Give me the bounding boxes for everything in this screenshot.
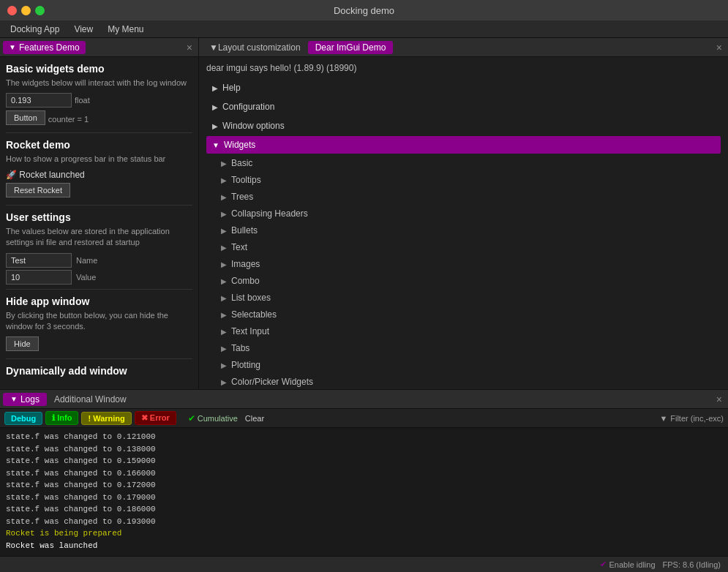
menu-docking-app[interactable]: Docking App [4,23,65,36]
close-button[interactable] [7,6,17,15]
log-content: state.f was changed to 0.121000 state.f … [0,428,728,556]
window-options-arrow: ▶ [212,122,218,130]
float-input[interactable] [6,93,72,108]
sub-trees[interactable]: ▶ Trees [206,189,721,205]
sub-tabs[interactable]: ▶ Tabs [206,340,721,356]
filter-icon: ▼ [659,414,667,423]
error-icon: ✖ [141,413,150,422]
info-button[interactable]: ℹ Info [45,411,78,425]
sub-plotting[interactable]: ▶ Plotting [206,357,721,373]
sub-images-arrow: ▶ [221,260,227,268]
config-label: Configuration [222,102,274,112]
user-settings-desc: The values below are stored in the appli… [6,226,192,249]
sub-combo[interactable]: ▶ Combo [206,273,721,289]
button-row: Button counter = 1 [6,110,192,128]
clear-button[interactable]: Clear [241,413,269,424]
log-filter: ▼ Filter (inc,-exc) [659,414,724,423]
layout-customization-tab[interactable]: ▼ Layout customization [202,41,308,54]
widgets-arrow: ▼ [212,141,219,149]
widgets-collapsible[interactable]: ▼ Widgets [206,136,721,154]
log-line: state.f was changed to 0.159000 [6,455,722,467]
log-line: state.f was changed to 0.166000 [6,467,722,480]
sub-collapsing-headers[interactable]: ▶ Collapsing Headers [206,206,721,222]
cumulative-toggle[interactable]: ✔ Cumulative [188,413,238,424]
float-label: float [75,96,90,105]
name-input[interactable] [6,253,72,268]
additional-tab-label: Additional Window [54,394,127,404]
fps-label: FPS: 8.6 (Idling) [663,560,721,569]
sub-selectables-label: Selectables [231,309,277,320]
user-settings-title: User settings [6,211,192,223]
log-line: state.f was changed to 0.138000 [6,443,722,456]
rocket-status: 🚀 Rocket launched [6,170,192,180]
log-line-yellow: Rocket is being prepared [6,527,722,540]
sub-bullets-label: Bullets [231,225,258,236]
widgets-label: Widgets [224,140,255,150]
left-tab-bar: ▼ Features Demo × [0,38,198,57]
sub-basic-label: Basic [231,158,252,168]
sub-text-input[interactable]: ▶ Text Input [206,323,721,339]
log-status-bar: ✔ Enable idling FPS: 8.6 (Idling) [0,556,728,572]
sub-plotting-label: Plotting [231,360,260,370]
configuration-collapsible[interactable]: ▶ Configuration [206,98,721,116]
logs-tab-label: Logs [20,394,40,404]
sub-listboxes-label: List boxes [231,293,271,303]
config-arrow: ▶ [212,103,218,111]
rocket-demo-desc: How to show a progress bar in the status… [6,154,192,165]
window-options-collapsible[interactable]: ▶ Window options [206,117,721,135]
log-line: state.f was changed to 0.121000 [6,431,722,443]
layout-tab-label: Layout customization [218,42,301,53]
content-area: ▼ Features Demo × Basic widgets demo The… [0,38,728,389]
hide-app-desc: By clicking the button below, you can hi… [6,310,192,333]
main-layout: ▼ Features Demo × Basic widgets demo The… [0,38,728,572]
window-title: Docking demo [334,5,394,16]
sub-color-picker-label: Color/Picker Widgets [231,377,313,387]
dear-imgui-demo-tab[interactable]: Dear ImGui Demo [308,41,394,54]
widget-button[interactable]: Button [6,110,45,125]
rocket-demo-title: Rocket demo [6,139,192,151]
right-panel-close[interactable]: × [713,42,725,53]
reset-rocket-button[interactable]: Reset Rocket [6,183,70,197]
sub-plotting-arrow: ▶ [221,361,227,369]
sub-tooltips-arrow: ▶ [221,176,227,184]
debug-button[interactable]: Debug [4,412,42,425]
cumulative-label: Cumulative [198,414,238,423]
sub-images[interactable]: ▶ Images [206,256,721,272]
logs-tab[interactable]: ▼ Logs [3,393,47,406]
sub-selectables[interactable]: ▶ Selectables [206,306,721,323]
window-controls[interactable] [7,6,45,15]
value-input[interactable] [6,270,72,285]
sub-basic[interactable]: ▶ Basic [206,155,721,171]
help-collapsible[interactable]: ▶ Help [206,79,721,97]
log-line: state.f was changed to 0.186000 [6,503,722,516]
error-button[interactable]: ✖ Error [135,411,176,425]
left-panel: ▼ Features Demo × Basic widgets demo The… [0,38,199,389]
additional-window-tab[interactable]: Additional Window [47,393,134,406]
right-panel-content: dear imgui says hello! (1.89.9) (18990) … [199,57,728,389]
name-label: Name [76,256,97,265]
menu-my-menu[interactable]: My Menu [102,23,149,36]
features-demo-tab[interactable]: ▼ Features Demo [3,41,86,54]
sub-selectables-arrow: ▶ [221,311,227,319]
left-panel-close[interactable]: × [184,42,195,53]
maximize-button[interactable] [35,6,45,15]
menu-view[interactable]: View [68,23,99,36]
sub-color-picker[interactable]: ▶ Color/Picker Widgets [206,374,721,389]
warning-button[interactable]: ! Warning [81,412,131,425]
hide-button[interactable]: Hide [6,336,39,351]
enable-idling-item[interactable]: ✔ Enable idling [600,560,656,569]
right-tab-bar: ▼ Layout customization Dear ImGui Demo × [199,38,728,57]
sub-text[interactable]: ▶ Text [206,239,721,255]
sub-tooltips[interactable]: ▶ Tooltips [206,172,721,188]
hide-app-title: Hide app window [6,296,192,307]
minimize-button[interactable] [21,6,31,15]
rocket-label: 🚀 Rocket launched [6,170,85,180]
help-label: Help [222,83,241,93]
logs-tab-arrow: ▼ [10,395,18,403]
imgui-header: dear imgui says hello! (1.89.9) (18990) [206,63,721,73]
sub-bullets[interactable]: ▶ Bullets [206,222,721,238]
tab-label: Features Demo [19,42,80,53]
sub-listboxes[interactable]: ▶ List boxes [206,290,721,306]
log-panel-close[interactable]: × [713,394,725,405]
sub-text-input-label: Text Input [231,326,269,336]
